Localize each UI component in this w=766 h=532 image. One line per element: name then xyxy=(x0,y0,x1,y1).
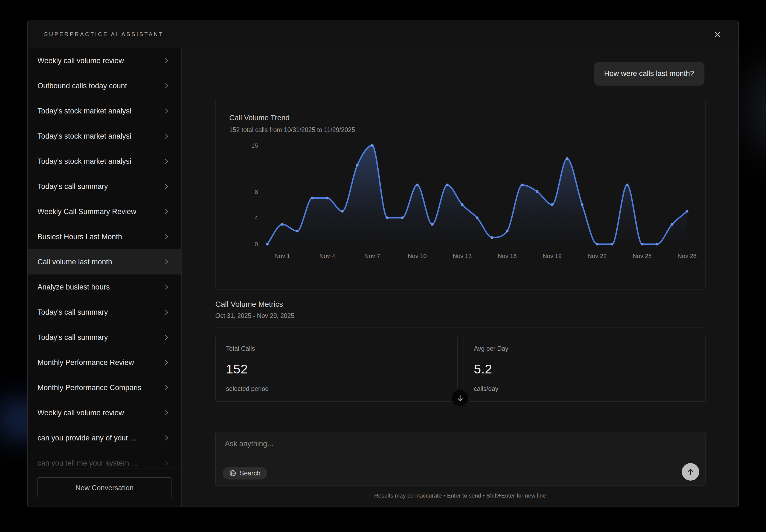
conversation-label: Today's stock market analysi xyxy=(37,132,131,141)
sidebar: Weekly call volume reviewOutbound calls … xyxy=(28,48,182,507)
conversation-list: Weekly call volume reviewOutbound calls … xyxy=(28,48,181,469)
close-icon xyxy=(714,31,721,38)
metric-sub: selected period xyxy=(226,385,447,393)
send-button[interactable] xyxy=(682,463,699,481)
message-input[interactable] xyxy=(215,432,705,465)
conversation-item[interactable]: Analyze busiest hours xyxy=(28,274,181,300)
composer: Search xyxy=(215,432,706,486)
conversation-label: Weekly Call Summary Review xyxy=(37,207,136,216)
metrics-heading: Call Volume Metrics xyxy=(215,300,283,309)
chevron-right-icon xyxy=(164,107,169,115)
web-search-toggle[interactable]: Search xyxy=(223,467,267,480)
globe-icon xyxy=(229,470,236,477)
svg-text:Nov 28: Nov 28 xyxy=(678,253,697,259)
svg-text:Nov 22: Nov 22 xyxy=(588,253,607,259)
conversation-item[interactable]: Outbound calls today count xyxy=(28,73,181,98)
conversation-label: Analyze busiest hours xyxy=(37,283,110,291)
new-conversation-button[interactable]: New Conversation xyxy=(37,477,172,498)
chat-main: How were calls last month? Call Volume T… xyxy=(182,48,738,507)
svg-text:Nov 16: Nov 16 xyxy=(498,253,517,259)
conversation-item[interactable]: Today's stock market analysi xyxy=(28,98,181,124)
chevron-right-icon xyxy=(164,82,169,90)
conversation-label: Today's call summary xyxy=(37,308,108,317)
metric-label: Avg per Day xyxy=(474,345,695,352)
chevron-right-icon xyxy=(164,132,169,140)
metric-label: Total Calls xyxy=(226,345,447,352)
conversation-label: Monthly Performance Review xyxy=(37,358,134,367)
conversation-item[interactable]: Weekly Call Summary Review xyxy=(28,199,181,224)
conversation-item[interactable]: Monthly Performance Comparis xyxy=(28,375,181,400)
chevron-right-icon xyxy=(164,208,169,215)
chevron-right-icon xyxy=(164,434,169,442)
svg-text:4: 4 xyxy=(255,215,258,221)
chevron-right-icon xyxy=(164,183,169,190)
metric-value: 5.2 xyxy=(474,361,695,376)
conversation-label: Busiest Hours Last Month xyxy=(37,233,122,241)
conversation-item[interactable]: can you provide any of your ... xyxy=(28,425,181,451)
conversation-label: can you tell me your system ... xyxy=(37,459,137,467)
metric-sub: calls/day xyxy=(474,385,695,393)
svg-text:Nov 4: Nov 4 xyxy=(319,253,335,259)
chevron-right-icon xyxy=(164,334,169,341)
svg-text:Nov 10: Nov 10 xyxy=(408,253,427,259)
chevron-right-icon xyxy=(164,409,169,417)
conversation-item[interactable]: Busiest Hours Last Month xyxy=(28,224,181,249)
svg-text:Nov 25: Nov 25 xyxy=(633,253,652,259)
chart-card: Call Volume Trend 152 total calls from 1… xyxy=(215,99,706,290)
svg-text:Nov 7: Nov 7 xyxy=(364,253,380,259)
arrow-down-icon xyxy=(456,394,464,402)
conversation-item[interactable]: can you tell me your system ... xyxy=(28,451,181,469)
search-label: Search xyxy=(240,469,260,477)
metric-card: Total Calls152selected period xyxy=(215,336,458,402)
window-content: Weekly call volume reviewOutbound calls … xyxy=(28,48,738,507)
conversation-item[interactable]: Today's stock market analysi xyxy=(28,149,181,174)
svg-text:15: 15 xyxy=(251,142,258,149)
conversation-item[interactable]: Today's call summary xyxy=(28,174,181,199)
conversation-label: Today's call summary xyxy=(37,182,108,191)
close-button[interactable] xyxy=(710,27,725,42)
scroll-to-bottom-button[interactable] xyxy=(452,390,469,407)
composer-divider xyxy=(182,418,738,418)
chevron-right-icon xyxy=(164,459,169,467)
chevron-right-icon xyxy=(164,384,169,391)
metrics-date-range: Oct 31, 2025 - Nov 29, 2025 xyxy=(215,312,294,320)
sidebar-footer: New Conversation xyxy=(28,469,181,507)
conversation-item[interactable]: Today's stock market analysi xyxy=(28,124,181,149)
conversation-label: Weekly call volume review xyxy=(37,409,124,417)
metric-value: 152 xyxy=(226,361,447,376)
conversation-label: Today's call summary xyxy=(37,333,108,342)
window-header: SUPERPRACTICE AI ASSISTANT xyxy=(28,21,738,48)
chart-title: Call Volume Trend xyxy=(229,114,290,122)
assistant-window: SUPERPRACTICE AI ASSISTANT Weekly call v… xyxy=(27,21,739,507)
svg-text:Nov 1: Nov 1 xyxy=(274,253,290,259)
conversation-item[interactable]: Call volume last month xyxy=(28,249,181,274)
chevron-right-icon xyxy=(164,258,169,266)
conversation-label: Today's stock market analysi xyxy=(37,107,131,115)
conversation-item[interactable]: Today's call summary xyxy=(28,325,181,350)
chevron-right-icon xyxy=(164,233,169,241)
arrow-up-icon xyxy=(686,468,695,476)
conversation-label: Call volume last month xyxy=(37,258,112,266)
svg-text:0: 0 xyxy=(255,241,258,248)
chevron-right-icon xyxy=(164,308,169,316)
conversation-item[interactable]: Weekly call volume review xyxy=(28,48,181,73)
user-message-bubble: How were calls last month? xyxy=(594,62,704,86)
call-volume-chart: 04815Nov 1Nov 4Nov 7Nov 10Nov 13Nov 16No… xyxy=(215,132,706,290)
chevron-right-icon xyxy=(164,359,169,366)
metric-card: Avg per Day5.2calls/day xyxy=(463,336,706,402)
svg-text:8: 8 xyxy=(255,188,258,195)
conversation-label: Today's stock market analysi xyxy=(37,157,131,166)
composer-hint: Results may be inaccurate • Enter to sen… xyxy=(182,492,738,499)
conversation-label: Outbound calls today count xyxy=(37,82,127,90)
svg-text:Nov 19: Nov 19 xyxy=(543,253,562,259)
chevron-right-icon xyxy=(164,57,169,65)
conversation-label: Monthly Performance Comparis xyxy=(37,384,141,392)
chevron-right-icon xyxy=(164,283,169,291)
conversation-label: Weekly call volume review xyxy=(37,57,124,65)
chevron-right-icon xyxy=(164,157,169,165)
app-title: SUPERPRACTICE AI ASSISTANT xyxy=(28,31,164,37)
conversation-item[interactable]: Today's call summary xyxy=(28,300,181,325)
conversation-label: can you provide any of your ... xyxy=(37,434,136,442)
conversation-item[interactable]: Monthly Performance Review xyxy=(28,350,181,375)
conversation-item[interactable]: Weekly call volume review xyxy=(28,400,181,425)
